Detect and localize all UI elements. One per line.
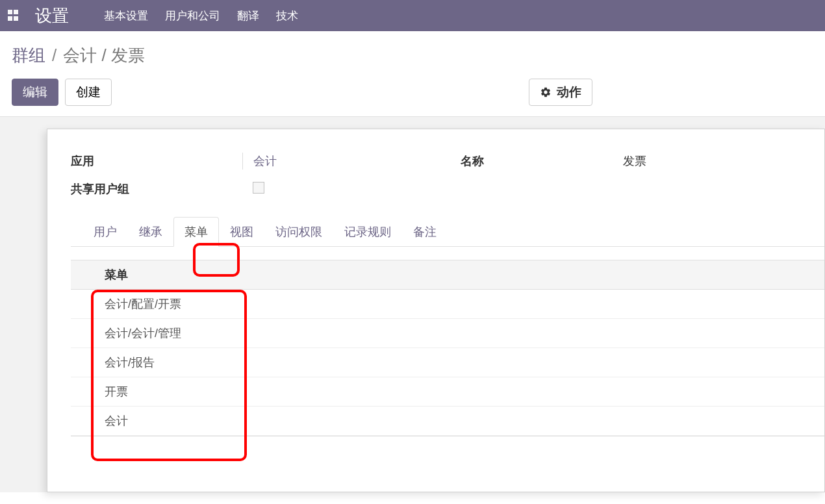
menu-table-header[interactable]: 菜单 bbox=[71, 260, 824, 290]
tab-notes[interactable]: 备注 bbox=[402, 217, 448, 247]
tab-access[interactable]: 访问权限 bbox=[264, 217, 333, 247]
table-row[interactable]: 会计/会计/管理 bbox=[71, 319, 824, 348]
breadcrumb: 群组 / 会计 / 发票 bbox=[12, 44, 813, 67]
table-row[interactable]: 会计/配置/开票 bbox=[71, 290, 824, 319]
menu-technical[interactable]: 技术 bbox=[276, 8, 298, 23]
menu-cell: 会计 bbox=[71, 407, 824, 436]
menu-cell: 会计/配置/开票 bbox=[71, 290, 824, 319]
breadcrumb-root[interactable]: 群组 bbox=[12, 44, 45, 67]
menu-table-container: 菜单 会计/配置/开票 会计/会计/管理 会计/报告 开票 会计 bbox=[71, 260, 824, 436]
button-row: 编辑 创建 动作 bbox=[12, 79, 813, 106]
menu-cell: 会计/会计/管理 bbox=[71, 319, 824, 348]
tab-view[interactable]: 视图 bbox=[219, 217, 264, 247]
action-dropdown-button[interactable]: 动作 bbox=[529, 79, 592, 106]
action-button-label: 动作 bbox=[557, 84, 581, 101]
tab-menu[interactable]: 菜单 bbox=[173, 217, 219, 247]
main-navbar: 设置 基本设置 用户和公司 翻译 技术 bbox=[0, 0, 825, 31]
menu-cell: 会计/报告 bbox=[71, 348, 824, 377]
gear-icon bbox=[540, 86, 552, 98]
breadcrumb-separator: / bbox=[52, 45, 57, 66]
field-label-share-group: 共享用户组 bbox=[71, 181, 242, 197]
menu-users-companies[interactable]: 用户和公司 bbox=[165, 8, 220, 23]
tab-users[interactable]: 用户 bbox=[82, 217, 128, 247]
breadcrumb-current: 会计 / 发票 bbox=[63, 44, 145, 67]
field-value-name: 发票 bbox=[623, 153, 646, 169]
navbar-menus: 基本设置 用户和公司 翻译 技术 bbox=[104, 8, 298, 23]
header-area: 群组 / 会计 / 发票 编辑 创建 动作 bbox=[0, 31, 825, 117]
field-label-app: 应用 bbox=[71, 153, 242, 169]
app-title[interactable]: 设置 bbox=[35, 5, 69, 27]
apps-grid-icon[interactable] bbox=[8, 10, 19, 21]
share-group-checkbox[interactable] bbox=[253, 182, 264, 194]
create-button[interactable]: 创建 bbox=[65, 79, 112, 106]
menu-table: 菜单 会计/配置/开票 会计/会计/管理 会计/报告 开票 会计 bbox=[71, 260, 824, 436]
tab-record-rules[interactable]: 记录规则 bbox=[333, 217, 402, 247]
tab-bar: 用户 继承 菜单 视图 访问权限 记录规则 备注 bbox=[71, 216, 824, 247]
menu-translation[interactable]: 翻译 bbox=[237, 8, 259, 23]
table-row[interactable]: 开票 bbox=[71, 377, 824, 407]
field-value-app[interactable]: 会计 bbox=[253, 153, 277, 169]
edit-button[interactable]: 编辑 bbox=[12, 79, 58, 106]
table-row[interactable]: 会计 bbox=[71, 407, 824, 436]
sheet-background: 应用 会计 名称 发票 共享用户组 bbox=[0, 117, 825, 492]
form-sheet: 应用 会计 名称 发票 共享用户组 bbox=[47, 129, 825, 492]
tab-inherit[interactable]: 继承 bbox=[128, 217, 173, 247]
menu-cell: 开票 bbox=[71, 377, 824, 407]
menu-basic-settings[interactable]: 基本设置 bbox=[104, 8, 148, 23]
table-row[interactable]: 会计/报告 bbox=[71, 348, 824, 377]
field-label-name: 名称 bbox=[461, 153, 623, 169]
